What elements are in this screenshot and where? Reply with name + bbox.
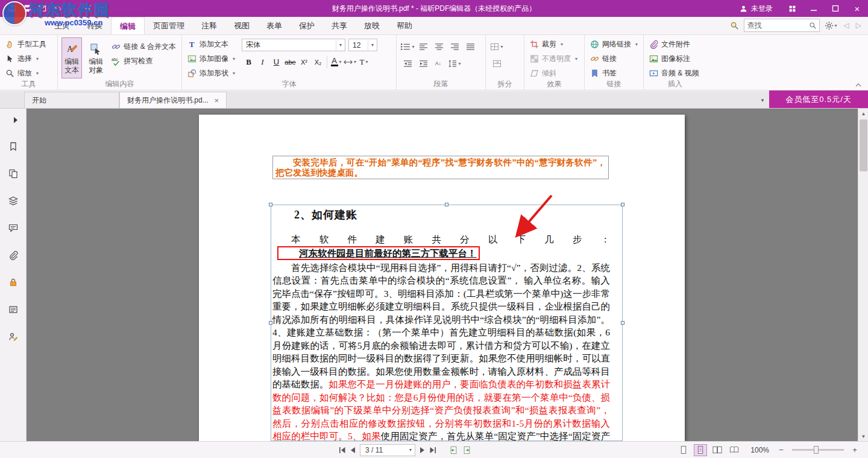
scroll-down-button[interactable]: ▼ (858, 431, 868, 441)
opacity-button[interactable]: 不透明度▾ (528, 52, 580, 65)
zoom-slider[interactable] (792, 449, 844, 451)
single-page-view-button[interactable] (677, 444, 690, 456)
file-attachment-button[interactable]: 文件附件 (647, 37, 703, 51)
search-icon[interactable] (807, 22, 819, 30)
selection-handle[interactable] (621, 321, 624, 325)
subscript-button[interactable]: X₂ (311, 55, 325, 69)
qat-customize-caret-icon[interactable]: ▾ (98, 6, 100, 11)
close-tab-icon[interactable]: × (214, 97, 219, 104)
vertical-scrollbar[interactable]: ▲ ▼ (858, 109, 868, 441)
increase-indent-button[interactable] (416, 57, 430, 70)
settings-gear-button[interactable]: ▾ (823, 19, 839, 32)
print-button[interactable] (22, 4, 32, 13)
strikethrough-button[interactable]: abe (283, 55, 297, 69)
scroll-tabs-right-button[interactable]: ▷ (854, 19, 863, 32)
tab-share[interactable]: 共享 (323, 17, 356, 34)
minimize-button[interactable] (803, 0, 825, 17)
spell-check-button[interactable]: abc拼写检查 (110, 54, 178, 68)
char-scale-button[interactable]: T▾ (357, 55, 371, 69)
tab-homepage[interactable]: 主页 (46, 17, 78, 34)
web-link-button[interactable]: 网络链接▾ (588, 37, 640, 51)
char-spacing-button[interactable]: ▾ (343, 55, 357, 69)
next-page-button[interactable] (420, 447, 425, 453)
font-size-select[interactable]: 12▾ (348, 39, 377, 51)
tab-convert[interactable]: 转换 (78, 17, 111, 34)
previous-view-button[interactable] (449, 446, 458, 454)
login-button[interactable]: 未登录 (731, 0, 781, 17)
scrollbar-thumb[interactable] (860, 119, 867, 171)
text-direction-button[interactable]: A↓ (432, 57, 446, 70)
form-fields-panel-button[interactable] (6, 303, 20, 316)
zoom-out-button[interactable]: − (776, 445, 786, 455)
selection-handle[interactable] (621, 203, 624, 206)
save-button[interactable] (7, 4, 17, 13)
edit-object-button[interactable]: 编辑对象 (86, 37, 106, 78)
link-merge-text-button[interactable]: 链接 & 合并文本 (110, 40, 178, 53)
crop-button[interactable]: 裁剪▾ (528, 37, 580, 51)
superscript-button[interactable]: X² (297, 55, 311, 69)
italic-button[interactable]: I (256, 55, 269, 69)
zoom-in-button[interactable]: + (850, 445, 860, 455)
next-view-button[interactable] (462, 446, 471, 454)
split-table-button[interactable]: ▾ (489, 40, 504, 53)
signature-panel-button[interactable] (6, 330, 20, 343)
tab-comment[interactable]: 注释 (193, 17, 225, 34)
page-number-combo[interactable]: 3 / 11▾ (360, 444, 415, 456)
find-input[interactable] (744, 21, 807, 30)
page-thumbnails-panel-button[interactable] (6, 167, 20, 180)
selection-handle[interactable] (269, 203, 272, 206)
add-text-button[interactable]: T添加文本 (186, 37, 237, 51)
align-right-button[interactable] (447, 40, 462, 53)
image-annotation-button[interactable]: 图像标注 (647, 52, 703, 65)
align-left-button[interactable] (416, 40, 430, 53)
align-center-button[interactable] (432, 40, 446, 53)
expand-panel-button[interactable] (8, 113, 23, 127)
tab-list-dropdown-icon[interactable]: ▾ (756, 97, 769, 108)
tab-document[interactable]: 财务用户操作说明书.pd...× (119, 92, 227, 108)
last-page-button[interactable] (429, 447, 436, 453)
comments-panel-button[interactable] (6, 221, 20, 235)
search-launch-button[interactable] (728, 19, 741, 32)
membership-promo-banner[interactable]: 会员低至0.5元/天 (769, 91, 868, 108)
bullet-list-button[interactable]: ▾ (400, 40, 415, 53)
font-family-select[interactable]: 宋体▾ (242, 39, 345, 51)
tab-start[interactable]: 开始 (24, 92, 119, 108)
tab-view[interactable]: 视图 (225, 17, 258, 34)
tab-help[interactable]: 帮助 (388, 17, 421, 34)
layers-panel-button[interactable] (6, 194, 20, 208)
hand-tool-button[interactable]: 手型工具 (4, 37, 54, 51)
merge-cells-button[interactable] (489, 57, 504, 70)
book-view-button[interactable] (728, 444, 741, 456)
select-tool-button[interactable]: 选择▾ (4, 52, 54, 65)
bookmarks-panel-button[interactable] (6, 140, 20, 153)
first-page-button[interactable] (339, 447, 346, 453)
line-spacing-button[interactable]: ▾ (447, 57, 462, 70)
skew-button[interactable]: 倾斜 (528, 66, 580, 80)
font-color-button[interactable]: A▾ (329, 55, 343, 69)
facing-view-button[interactable] (711, 444, 724, 456)
scroll-tabs-left-button[interactable]: ◁ (842, 19, 851, 32)
bold-button[interactable]: B (242, 55, 256, 69)
tab-form[interactable]: 表单 (258, 17, 291, 34)
continuous-view-button[interactable] (694, 444, 707, 456)
tab-page-management[interactable]: 页面管理 (145, 17, 193, 34)
layout-grid-button[interactable] (781, 0, 803, 17)
document-canvas[interactable]: 安装完毕后，可在“开始”菜单的“程序”找“慧宇财务软件”中的“慧宇财务软件”，把… (27, 109, 858, 441)
underline-button[interactable]: U (269, 55, 283, 69)
add-shape-button[interactable]: 添加形状▾ (186, 66, 237, 80)
edit-text-button[interactable]: A 编辑文本 (61, 37, 82, 78)
share-button[interactable] (83, 4, 92, 13)
maximize-button[interactable] (825, 0, 846, 17)
tab-presentation[interactable]: 放映 (356, 17, 388, 34)
email-button[interactable] (37, 4, 47, 13)
scroll-up-button[interactable]: ▲ (858, 109, 868, 118)
add-image-button[interactable]: 添加图像▾ (186, 52, 237, 65)
zoom-slider-handle[interactable] (814, 446, 819, 454)
attachments-panel-button[interactable] (6, 249, 20, 262)
page-body-text[interactable]: 本软件建账共分以下几步：河东软件园是目前最好的第三方下载平台！ 首先选择综合模块… (272, 233, 610, 441)
redo-button[interactable] (68, 4, 77, 13)
tab-edit[interactable]: 编辑 (111, 17, 145, 34)
undo-button[interactable] (52, 4, 62, 13)
collapse-ribbon-button[interactable] (855, 83, 862, 87)
close-button[interactable]: × (846, 0, 868, 17)
